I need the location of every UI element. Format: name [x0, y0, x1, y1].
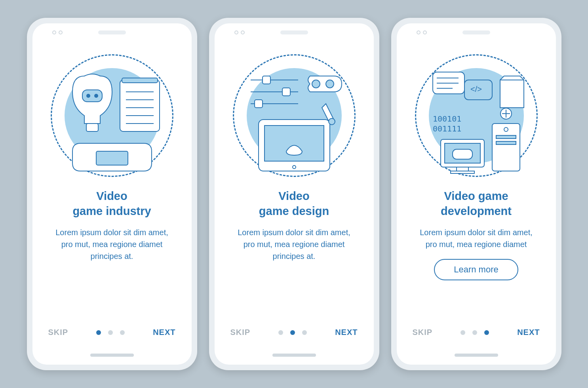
- svg-rect-11: [96, 151, 128, 165]
- screen-2: Videogame design Lorem ipsum dolor sit d…: [215, 23, 374, 365]
- next-button[interactable]: NEXT: [335, 328, 358, 337]
- svg-rect-41: [496, 141, 516, 145]
- onboarding-title: Video gamedevelopment: [425, 189, 527, 219]
- svg-rect-0: [86, 124, 98, 131]
- home-indicator: [90, 354, 134, 357]
- screen-1: Videogame industry Lorem ipsum dolor sit…: [32, 23, 192, 365]
- page-indicator: [278, 330, 307, 335]
- svg-rect-15: [282, 88, 290, 96]
- page-indicator: [96, 330, 125, 335]
- learn-more-button[interactable]: Learn more: [434, 259, 518, 280]
- svg-point-22: [326, 80, 334, 88]
- speaker-slot: [280, 30, 308, 34]
- svg-rect-38: [492, 124, 520, 171]
- svg-text:100101: 100101: [433, 114, 461, 124]
- home-indicator: [455, 354, 498, 357]
- skip-button[interactable]: SKIP: [230, 328, 251, 337]
- onboarding-title: Videogame industry: [57, 189, 167, 219]
- svg-point-3: [95, 94, 98, 97]
- svg-point-21: [312, 80, 320, 88]
- svg-rect-5: [122, 78, 158, 83]
- onboarding-description: Lorem ipsum dolor sit dim amet, pro mut,…: [397, 226, 556, 250]
- dot-2[interactable]: [472, 330, 477, 335]
- nav-bar: SKIP NEXT: [215, 328, 374, 337]
- next-button[interactable]: NEXT: [153, 328, 175, 337]
- svg-point-23: [329, 118, 335, 125]
- svg-rect-36: [451, 171, 474, 173]
- home-indicator: [272, 354, 316, 357]
- svg-text:</>: </>: [470, 85, 482, 93]
- svg-rect-19: [265, 126, 324, 161]
- design-illustration: [231, 52, 358, 179]
- dot-1[interactable]: [278, 330, 283, 335]
- svg-point-2: [87, 94, 90, 97]
- next-button[interactable]: NEXT: [517, 328, 540, 337]
- page-indicator: [461, 330, 489, 335]
- dot-2[interactable]: [290, 330, 295, 335]
- speaker-slot: [98, 30, 126, 34]
- phone-frame-2: Videogame design Lorem ipsum dolor sit d…: [209, 18, 379, 370]
- svg-rect-13: [263, 76, 270, 84]
- screen-3: </> 100101 001111 Video gamedevelopment …: [397, 23, 556, 365]
- onboarding-title: Videogame design: [243, 189, 345, 219]
- nav-bar: SKIP NEXT: [397, 328, 556, 337]
- onboarding-description: Lorem ipsum dolor sit dim amet, pro mut,…: [32, 226, 192, 262]
- skip-button[interactable]: SKIP: [413, 328, 433, 337]
- lightbulb-gamepad-icon: [49, 52, 175, 179]
- camera-dots: [417, 30, 427, 34]
- phone-frame-3: </> 100101 001111 Video gamedevelopment …: [391, 18, 561, 370]
- phone-frame-1: Videogame industry Lorem ipsum dolor sit…: [27, 18, 197, 370]
- onboarding-container: Videogame industry Lorem ipsum dolor sit…: [27, 18, 561, 370]
- svg-text:001111: 001111: [433, 124, 461, 133]
- svg-rect-40: [496, 135, 516, 139]
- camera-dots: [234, 30, 245, 34]
- dot-1[interactable]: [461, 330, 465, 335]
- svg-rect-1: [82, 90, 102, 102]
- svg-rect-17: [255, 100, 263, 108]
- camera-dots: [52, 30, 63, 34]
- code-computer-icon: </> 100101 001111: [413, 52, 540, 179]
- tablet-controller-icon: [231, 52, 358, 179]
- development-illustration: </> 100101 001111: [413, 52, 540, 179]
- industry-illustration: [49, 52, 175, 179]
- nav-bar: SKIP NEXT: [32, 328, 192, 337]
- dot-2[interactable]: [108, 330, 113, 335]
- dot-3[interactable]: [484, 330, 489, 335]
- dot-3[interactable]: [302, 330, 307, 335]
- dot-3[interactable]: [120, 330, 125, 335]
- dot-1[interactable]: [96, 330, 101, 335]
- speaker-slot: [462, 30, 490, 34]
- svg-rect-37: [453, 149, 472, 159]
- onboarding-description: Lorem ipsum dolor sit dim amet, pro mut,…: [215, 226, 374, 262]
- skip-button[interactable]: SKIP: [48, 328, 69, 337]
- svg-rect-35: [457, 167, 468, 171]
